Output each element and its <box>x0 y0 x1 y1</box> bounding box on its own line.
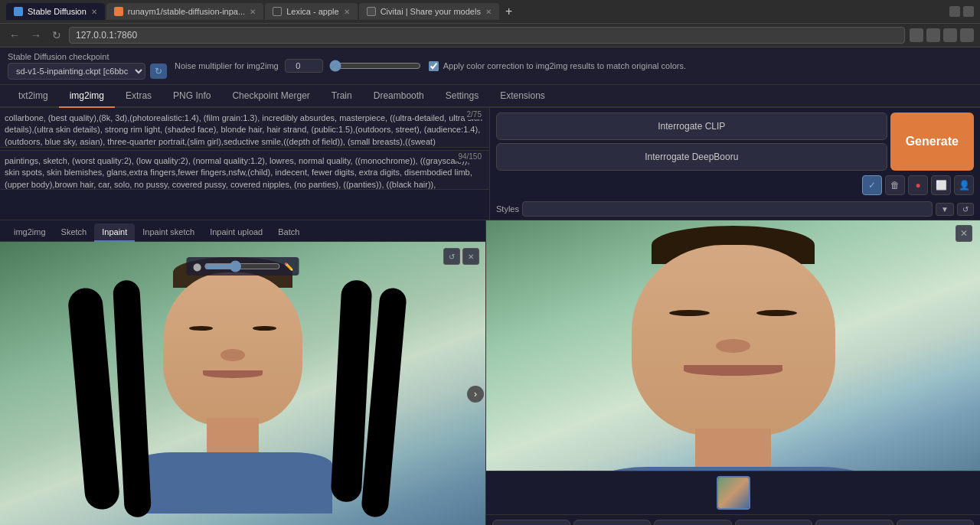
prompts-generate-section: collarbone, (best quality),(8k, 3d),(pho… <box>0 108 980 220</box>
brush-size-icon: ✏️ <box>284 262 293 271</box>
sub-tab-inpaint-sketch[interactable]: Inpaint sketch <box>135 223 202 242</box>
styles-dropdown-btn[interactable]: ▼ <box>936 203 954 216</box>
output-eye-left <box>669 310 710 316</box>
output-face-area <box>588 226 879 471</box>
output-thumbnail[interactable] <box>717 476 750 510</box>
tab-runaym[interactable]: runaym1/stable-diffusion-inpa... ✕ <box>106 3 263 20</box>
profile-icon <box>943 28 957 42</box>
zip-button[interactable]: Zip <box>654 520 732 525</box>
open-folder-button[interactable]: 📁 <box>492 520 570 525</box>
address-bar[interactable] <box>69 27 905 44</box>
send-to-img2img-button[interactable]: Send to img2img <box>735 520 813 525</box>
nav-tab-train[interactable]: Train <box>321 85 363 108</box>
output-neck <box>695 429 771 471</box>
tab-stable-diffusion[interactable]: Stable Diffusion ✕ <box>6 3 105 20</box>
close-tab-lex[interactable]: ✕ <box>344 8 350 16</box>
back-button[interactable]: ← <box>6 28 23 43</box>
nav-tab-png-info[interactable]: PNG Info <box>162 85 221 108</box>
nose <box>220 349 244 361</box>
send-to-extras-button[interactable]: Send to extras <box>897 520 975 525</box>
forward-button[interactable]: → <box>28 28 44 43</box>
tab-label-sd: Stable Diffusion <box>28 7 87 16</box>
nav-tab-extensions[interactable]: Extensions <box>489 85 556 108</box>
main-nav: txt2img img2img Extras PNG Info Checkpoi… <box>0 85 980 108</box>
brush-size-slider[interactable] <box>204 260 281 272</box>
tab-label-run: runaym1/stable-diffusion-inpa... <box>128 7 245 16</box>
close-output-button[interactable]: ✕ <box>956 225 972 242</box>
nav-tab-extras[interactable]: Extras <box>115 85 162 108</box>
sub-tab-inpaint[interactable]: Inpaint <box>94 223 135 242</box>
paste-style-icon[interactable]: ✓ <box>862 175 882 195</box>
noise-slider[interactable] <box>329 60 421 72</box>
interrogate-clip-button[interactable]: Interrogate CLIP <box>496 112 887 140</box>
color-correction-checkbox[interactable] <box>429 61 439 71</box>
frame-style-icon[interactable]: ⬜ <box>931 175 951 195</box>
canvas-area[interactable]: ⬤ ✏️ ↺ ✕ › <box>0 242 485 525</box>
sub-tab-batch[interactable]: Batch <box>270 223 307 242</box>
close-tab-civ[interactable]: ✕ <box>485 8 492 16</box>
trash-style-icon[interactable]: 🗑 <box>885 175 905 195</box>
negative-prompt-wrapper: paintings, sketch, (worst quality:2), (l… <box>0 150 489 192</box>
positive-counter: 2/75 <box>464 109 485 119</box>
styles-refresh-btn[interactable]: ↺ <box>957 203 974 216</box>
color-correction-label: Apply color correction to img2img result… <box>443 61 686 70</box>
noise-input[interactable] <box>285 59 323 73</box>
browser-close-icon <box>963 6 974 17</box>
refresh-checkpoint-button[interactable]: ↻ <box>150 64 167 79</box>
send-to-inpaint-button[interactable]: Send to inpaint <box>815 520 893 525</box>
sub-tab-sketch[interactable]: Sketch <box>54 223 95 242</box>
output-eye-right <box>756 310 797 316</box>
neck <box>207 418 259 456</box>
panel-toggle-button[interactable]: › <box>467 386 484 403</box>
canvas-undo-button[interactable]: ↺ <box>443 248 460 265</box>
noise-section: Noise multiplier for img2img <box>175 59 421 73</box>
positive-prompt-wrapper: collarbone, (best quality),(8k, 3d),(pho… <box>0 108 489 150</box>
thumbnail-preview <box>718 478 749 508</box>
sub-tab-img2img[interactable]: img2img <box>6 223 54 242</box>
brush-size-label: ⬤ <box>193 262 201 271</box>
negative-counter: 94/150 <box>455 152 485 161</box>
color-style-icon[interactable]: ● <box>908 175 928 195</box>
save-button[interactable]: Save <box>573 520 652 525</box>
negative-prompt[interactable]: paintings, sketch, (worst quality:2), (l… <box>0 150 489 190</box>
content-row: img2img Sketch Inpaint Inpaint sketch In… <box>0 220 980 525</box>
sub-tab-inpaint-upload[interactable]: Inpaint upload <box>202 223 270 242</box>
styles-label: Styles <box>496 204 519 214</box>
interrogate-deepbooru-button[interactable]: Interrogate DeepBooru <box>496 143 887 171</box>
refresh-button[interactable]: ↻ <box>49 28 64 43</box>
output-panel: ✕ 📁 Save Zip <box>486 220 980 525</box>
nav-tab-dreambooth[interactable]: Dreambooth <box>363 85 435 108</box>
face-area <box>133 257 332 517</box>
nav-tab-img2img[interactable]: img2img <box>59 85 115 108</box>
tab-icon-run <box>114 7 123 16</box>
canvas-clear-button[interactable]: ✕ <box>462 248 479 265</box>
nav-tab-txt2img[interactable]: txt2img <box>8 85 59 108</box>
eye-left <box>189 326 213 331</box>
output-shirt <box>588 467 879 471</box>
top-bar: Stable Diffusion checkpoint sd-v1-5-inpa… <box>0 47 980 85</box>
output-mouth <box>684 365 782 376</box>
generate-button[interactable]: Generate <box>890 112 974 171</box>
close-tab-sd[interactable]: ✕ <box>91 8 97 16</box>
close-tab-run[interactable]: ✕ <box>250 8 256 16</box>
new-tab-button[interactable]: + <box>501 3 517 20</box>
tab-icon-civ <box>367 7 376 16</box>
output-nose <box>716 339 751 353</box>
mouth <box>203 370 263 378</box>
shirt <box>133 452 332 514</box>
tab-civitai[interactable]: Civitai | Share your models ✕ <box>359 3 499 20</box>
browser-menu-icon <box>949 6 960 17</box>
app: Stable Diffusion checkpoint sd-v1-5-inpa… <box>0 47 980 525</box>
eye-right <box>253 326 276 331</box>
checkpoint-select[interactable]: sd-v1-5-inpainting.ckpt [c6bbc15e32] <box>8 63 145 80</box>
tab-lexica[interactable]: Lexica - apple ✕ <box>265 3 358 20</box>
positive-prompt[interactable]: collarbone, (best quality),(8k, 3d),(pho… <box>0 108 489 148</box>
prompts-column: collarbone, (best quality),(8k, 3d),(pho… <box>0 108 490 220</box>
nav-tab-checkpoint-merger[interactable]: Checkpoint Merger <box>221 85 320 108</box>
tab-icon-lex <box>273 7 282 16</box>
nav-tab-settings[interactable]: Settings <box>435 85 489 108</box>
styles-input[interactable] <box>522 201 933 217</box>
person-style-icon[interactable]: 👤 <box>954 175 974 195</box>
styles-row: Styles ▼ ↺ <box>490 198 980 220</box>
sub-tabs: img2img Sketch Inpaint Inpaint sketch In… <box>0 220 485 242</box>
